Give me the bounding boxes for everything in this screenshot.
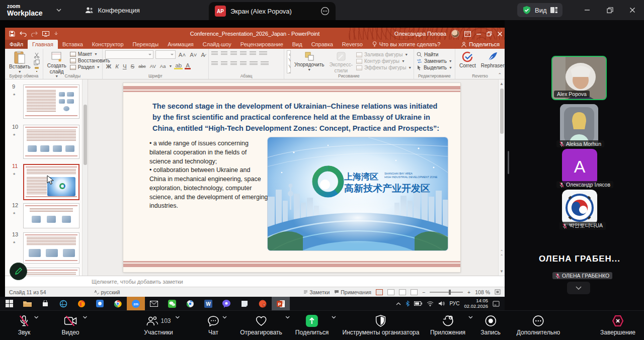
bluetooth-icon[interactable] — [406, 300, 410, 307]
mail-app-icon[interactable] — [145, 297, 163, 310]
save-icon[interactable] — [9, 31, 15, 37]
cut-icon[interactable] — [34, 52, 40, 58]
customize-toolbar-icon[interactable] — [54, 32, 58, 36]
wechat-icon[interactable] — [163, 297, 181, 310]
view-button[interactable]: Вид — [517, 3, 562, 17]
scrollbar-thumb[interactable] — [500, 89, 504, 134]
columns-button[interactable] — [250, 61, 258, 66]
tab-insert[interactable]: Вставка — [58, 40, 88, 49]
underline-button[interactable]: Ч — [122, 63, 128, 69]
account-name[interactable]: Олександра Попова — [394, 31, 446, 37]
slide-vertical-scrollbar[interactable]: ▲ ⌃⌃ ▼ — [498, 79, 505, 276]
tab-help[interactable]: Справка — [307, 40, 338, 49]
text-shadow-button[interactable]: abc — [137, 64, 147, 69]
apps-chevron-icon[interactable] — [468, 316, 473, 319]
orange-app-icon[interactable]: ? — [254, 297, 272, 310]
more-button[interactable]: Дополнительно — [517, 314, 560, 336]
font-size-select[interactable] — [155, 50, 176, 59]
ppt-minimize-icon[interactable] — [476, 31, 481, 37]
strikethrough-button[interactable]: S — [130, 63, 136, 69]
quick-styles-button[interactable]: Экспресс-стили — [328, 50, 354, 74]
shrink-font-button[interactable]: A˅ — [189, 52, 198, 58]
zoom-slider[interactable] — [430, 292, 463, 293]
tab-transitions[interactable]: Переходы — [128, 40, 164, 49]
tab-home[interactable]: Главная — [28, 40, 58, 49]
workspace-chevron-down-icon[interactable] — [56, 8, 62, 12]
slide-thumbnail-14[interactable] — [23, 268, 79, 276]
align-center-button[interactable] — [221, 61, 227, 66]
select-button[interactable]: Выделить▼ — [417, 65, 452, 70]
sidebar-scrollbar[interactable] — [508, 151, 509, 174]
view-reading-button[interactable] — [399, 289, 406, 295]
zoom-app-icon[interactable]: zm — [127, 297, 145, 310]
shape-fill-button[interactable]: Заливка фигуры▼ — [356, 52, 412, 57]
change-case-button[interactable]: Аа — [159, 63, 167, 69]
previous-slide-icon[interactable]: ⌃⌃ — [499, 249, 505, 259]
record-button[interactable]: Запись — [480, 314, 500, 336]
keyboard-language[interactable]: РУС — [449, 301, 459, 306]
powerpoint-taskbar-icon[interactable]: P — [272, 297, 290, 310]
comments-toggle[interactable]: Примечания — [334, 289, 371, 295]
battery-icon[interactable] — [414, 301, 422, 306]
copy-icon[interactable] — [34, 59, 40, 65]
tab-screen-share[interactable]: AP Экран (Alex Popova) — [209, 2, 336, 20]
zoom-percentage[interactable]: 108 % — [475, 289, 490, 295]
justify-button[interactable] — [240, 61, 247, 66]
firefox-icon[interactable] — [72, 297, 91, 310]
increase-indent-button[interactable] — [240, 51, 247, 56]
view-sorter-button[interactable] — [387, 289, 394, 295]
notes-toggle[interactable]: Заметки — [303, 289, 330, 295]
bullets-button[interactable] — [211, 51, 218, 56]
window-minimize-button[interactable] — [581, 4, 593, 16]
notes-app-icon[interactable] — [235, 297, 254, 310]
wifi-icon[interactable] — [427, 301, 434, 306]
align-left-button[interactable] — [211, 61, 218, 66]
tab-review[interactable]: Рецензирование — [236, 40, 288, 49]
react-chevron-icon[interactable] — [285, 316, 290, 319]
chat-button[interactable]: Чат — [207, 314, 219, 336]
tab-meeting[interactable]: Конференция — [85, 7, 140, 14]
ppt-close-icon[interactable] — [497, 31, 503, 37]
view-slideshow-button[interactable] — [411, 289, 418, 295]
tray-clock[interactable]: 14:05 02.02.2026 — [464, 298, 488, 309]
find-button[interactable]: Найти — [417, 52, 452, 57]
line-spacing-button[interactable] — [250, 51, 256, 56]
paste-button[interactable]: Вставить▼ — [8, 50, 32, 74]
action-center-icon[interactable] — [493, 301, 500, 307]
window-restore-button[interactable] — [604, 4, 616, 16]
arrange-button[interactable]: Упорядочить▼ — [293, 50, 326, 72]
file-explorer-icon[interactable] — [18, 297, 36, 310]
smartart-convert-button[interactable] — [261, 61, 269, 66]
account-avatar[interactable] — [451, 30, 459, 38]
internet-explorer-icon[interactable] — [54, 297, 72, 310]
slide-thumbnail-12[interactable] — [23, 203, 79, 228]
undo-icon[interactable] — [20, 31, 27, 37]
share-screen-button[interactable]: Поделиться — [295, 314, 329, 336]
clear-format-button[interactable]: A̷ — [200, 52, 206, 58]
grow-font-button[interactable]: A˄ — [178, 52, 187, 58]
video-tile-park-antonina[interactable] — [562, 190, 597, 225]
numbering-button[interactable] — [221, 51, 227, 56]
font-color-button[interactable]: А — [185, 63, 191, 69]
chrome-icon[interactable] — [109, 297, 127, 310]
tab-options-icon[interactable] — [320, 7, 330, 16]
zoom-slider-thumb[interactable] — [449, 290, 451, 295]
tab-view[interactable]: Вид — [288, 40, 307, 49]
share-button-ppt[interactable]: Поделиться — [461, 41, 500, 47]
slideshow-icon[interactable] — [42, 31, 49, 37]
align-right-button[interactable] — [230, 61, 237, 66]
tab-reverso[interactable]: Reverso — [338, 40, 367, 49]
video-tile-oleksandr-iliasov[interactable]: A — [562, 149, 597, 185]
react-button[interactable]: Отреагировать — [240, 314, 282, 336]
highlight-color-button[interactable]: ab — [174, 63, 183, 69]
tab-file[interactable]: Файл — [5, 40, 28, 49]
video-tile-alex-popova[interactable]: Alex Popova — [551, 56, 607, 100]
scroll-up-icon[interactable]: ▲ — [499, 79, 505, 86]
replace-button[interactable]: Заменить▼ — [417, 58, 452, 64]
reverso-rephraser-button[interactable]: Rephraser — [479, 50, 506, 69]
scroll-down-icon[interactable]: ▼ — [499, 269, 505, 274]
video-chevron-icon[interactable] — [83, 316, 88, 319]
bold-button[interactable]: Ж — [105, 63, 112, 69]
ppt-restore-icon[interactable] — [487, 31, 492, 37]
audio-button[interactable]: Звук — [18, 314, 31, 336]
